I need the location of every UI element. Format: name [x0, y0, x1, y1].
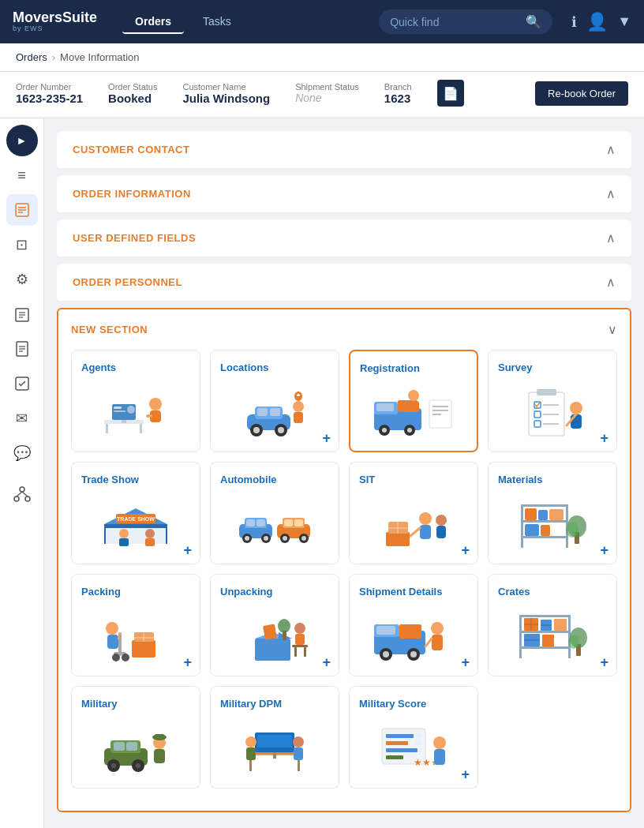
svg-rect-65 [571, 414, 582, 429]
chevron-up-icon: ∧ [606, 142, 616, 157]
svg-rect-137 [304, 647, 306, 657]
svg-rect-151 [519, 646, 571, 649]
nav-tasks[interactable]: Tasks [190, 10, 244, 34]
card-registration[interactable]: Registration [349, 350, 478, 452]
accordion-user-defined-fields-title: USER DEFINED FIELDS [73, 232, 196, 244]
svg-rect-105 [521, 536, 568, 538]
card-sit[interactable]: SIT [349, 462, 478, 564]
svg-rect-80 [246, 519, 255, 526]
order-status-label: Order Status [108, 82, 157, 92]
card-automobile[interactable]: Automobile [210, 462, 339, 564]
search-bar[interactable]: 🔍 [379, 9, 552, 34]
card-sit-plus[interactable]: + [461, 543, 470, 557]
order-status-value: Booked [108, 92, 157, 105]
svg-rect-103 [521, 504, 568, 507]
card-sit-title: SIT [359, 474, 375, 485]
svg-rect-25 [146, 414, 152, 418]
card-agents[interactable]: Agents [71, 350, 200, 452]
card-trade-show-plus[interactable]: + [183, 543, 192, 557]
svg-rect-88 [284, 519, 293, 526]
svg-point-123 [122, 654, 129, 661]
document-icon-button[interactable]: 📄 [437, 80, 464, 107]
svg-rect-187 [294, 747, 303, 760]
card-crates[interactable]: Crates [488, 574, 617, 676]
card-locations-plus[interactable]: + [322, 431, 331, 445]
svg-point-132 [278, 619, 290, 633]
card-packing[interactable]: Packing [71, 574, 200, 676]
svg-rect-112 [541, 525, 550, 536]
svg-rect-169 [126, 742, 137, 751]
card-military[interactable]: Military [71, 686, 200, 789]
accordion-customer-contact-header[interactable]: CUSTOMER CONTACT ∧ [57, 131, 631, 169]
sidebar-item-list[interactable]: ≡ [6, 159, 38, 191]
svg-rect-77 [145, 538, 155, 546]
sidebar-item-form[interactable] [6, 194, 38, 226]
accordion-order-information-header[interactable]: ORDER INFORMATION ∧ [57, 175, 631, 213]
card-trade-show-title: Trade Show [81, 474, 139, 485]
user-icon[interactable]: 👤 [586, 12, 608, 32]
accordion-order-personnel-header[interactable]: ORDER PERSONNEL ∧ [57, 264, 631, 302]
sidebar-item-clipboard[interactable] [6, 298, 38, 330]
card-military-score[interactable]: Military Score [349, 686, 478, 789]
svg-rect-134 [295, 634, 305, 645]
card-materials-plus[interactable]: + [600, 543, 608, 557]
card-military-dpm-illustration [220, 716, 329, 780]
breadcrumb-orders[interactable]: Orders [16, 51, 47, 63]
card-packing-plus[interactable]: + [183, 655, 192, 669]
svg-rect-38 [294, 412, 303, 423]
svg-point-85 [264, 536, 268, 541]
card-shipment-details-illustration [359, 604, 468, 668]
sidebar-item-mail[interactable]: ✉ [6, 403, 38, 434]
sidebar-item-doc[interactable] [6, 333, 38, 365]
svg-rect-111 [525, 524, 539, 536]
sidebar-item-forward[interactable]: ► [6, 125, 38, 156]
svg-rect-177 [155, 734, 164, 738]
card-trade-show[interactable]: Trade Show TRADE SHOW [71, 462, 200, 564]
order-status-field: Order Status Booked [108, 82, 157, 105]
rebook-order-button[interactable]: Re-book Order [535, 81, 628, 106]
new-section: NEW SECTION ∨ Agents [57, 308, 631, 812]
nav-orders[interactable]: Orders [122, 10, 184, 34]
sidebar-item-settings[interactable]: ⚙ [6, 264, 38, 295]
svg-rect-102 [436, 526, 446, 538]
shipment-status-label: Shipment Status [295, 82, 359, 92]
card-survey-plus[interactable]: + [600, 431, 608, 445]
card-shipment-details-plus[interactable]: + [461, 655, 470, 669]
svg-point-50 [408, 390, 419, 401]
card-unpacking-plus[interactable]: + [322, 655, 331, 669]
search-input[interactable] [390, 16, 519, 28]
svg-point-133 [294, 623, 305, 634]
header-icons: ℹ 👤 ▼ [571, 12, 631, 32]
svg-point-37 [293, 401, 304, 412]
card-materials[interactable]: Materials [488, 462, 617, 564]
sidebar-item-grid[interactable]: ⊡ [6, 229, 38, 260]
card-military-dpm[interactable]: Military DPM [210, 686, 339, 789]
sidebar-item-checklist[interactable] [6, 368, 38, 399]
dropdown-icon[interactable]: ▼ [617, 13, 631, 30]
card-survey[interactable]: Survey [488, 350, 617, 452]
chevron-down-icon[interactable]: ∨ [608, 322, 617, 337]
sidebar: ► ≡ ⊡ ⚙ [0, 118, 44, 828]
sidebar-item-chat[interactable]: 💬 [6, 437, 38, 469]
card-locations-title: Locations [220, 362, 268, 373]
svg-point-173 [136, 763, 140, 768]
svg-rect-148 [399, 624, 421, 639]
sidebar-item-network[interactable] [6, 478, 38, 510]
card-locations[interactable]: Locations [210, 350, 339, 452]
info-icon[interactable]: ℹ [571, 13, 577, 31]
card-shipment-details-title: Shipment Details [359, 586, 442, 598]
card-unpacking[interactable]: Unpacking [210, 574, 339, 676]
card-military-score-plus[interactable]: + [461, 767, 470, 781]
svg-rect-146 [432, 635, 443, 650]
card-shipment-details[interactable]: Shipment Details [349, 574, 478, 676]
svg-rect-149 [519, 615, 571, 617]
card-crates-plus[interactable]: + [600, 655, 608, 669]
svg-rect-70 [104, 528, 106, 544]
svg-rect-185 [246, 747, 256, 760]
chevron-up-icon-3: ∧ [606, 230, 616, 245]
svg-point-144 [410, 651, 417, 658]
svg-rect-99 [420, 525, 431, 539]
accordion-user-defined-fields-header[interactable]: USER DEFINED FIELDS ∧ [57, 219, 631, 257]
svg-rect-94 [386, 532, 410, 546]
svg-rect-195 [419, 748, 421, 752]
